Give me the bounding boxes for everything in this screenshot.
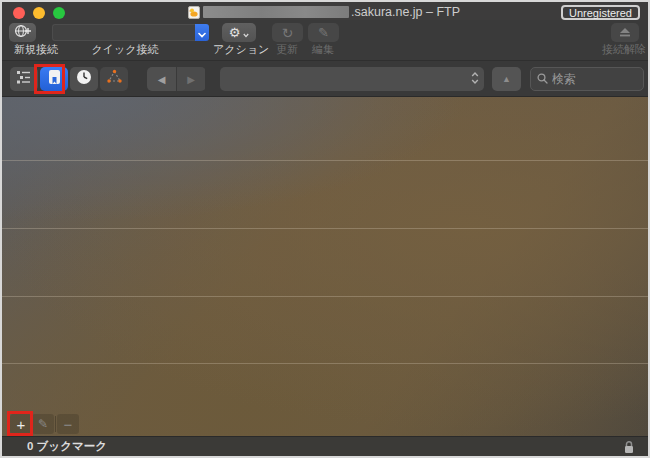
history-view-button[interactable] bbox=[70, 67, 98, 91]
main-toolbar: 新規接続 クイック接続 ⚙ アクション ↻ 更新 ✎ 編集 bbox=[2, 20, 648, 61]
back-icon: ◀ bbox=[158, 74, 166, 85]
edit-label: 編集 bbox=[302, 42, 344, 56]
history-nav-group: ◀ ▶ bbox=[147, 67, 206, 91]
clock-icon bbox=[76, 69, 92, 89]
chevron-down-icon bbox=[198, 24, 206, 42]
search-input[interactable] bbox=[552, 72, 637, 86]
quick-connect-dropdown-button[interactable] bbox=[195, 24, 209, 41]
bonjour-view-button[interactable] bbox=[100, 67, 128, 91]
row-separator bbox=[2, 160, 648, 161]
divider bbox=[55, 416, 56, 432]
unregistered-badge: Unregistered bbox=[561, 5, 640, 20]
back-button[interactable]: ◀ bbox=[147, 67, 176, 91]
quick-connect-input[interactable] bbox=[52, 24, 195, 41]
row-separator bbox=[2, 228, 648, 229]
new-connection-label: 新規接続 bbox=[2, 42, 70, 56]
outline-view-button[interactable] bbox=[10, 67, 38, 91]
browser-navbar: ◀ ▶ ▲ bbox=[2, 61, 648, 97]
chevron-down-icon bbox=[243, 24, 249, 42]
search-field[interactable] bbox=[530, 67, 644, 91]
globe-plus-icon bbox=[14, 24, 32, 42]
path-popup-button[interactable] bbox=[220, 67, 484, 91]
action-button[interactable]: ⚙ bbox=[222, 23, 256, 42]
row-separator bbox=[2, 363, 648, 364]
remove-bookmark-button: − bbox=[57, 414, 79, 434]
bonjour-network-icon bbox=[106, 69, 123, 89]
eject-icon bbox=[619, 24, 631, 42]
gear-icon: ⚙ bbox=[229, 26, 241, 39]
forward-button: ▶ bbox=[176, 67, 205, 91]
forward-icon: ▶ bbox=[187, 74, 195, 85]
pencil-icon: ✎ bbox=[38, 417, 48, 431]
plus-icon: + bbox=[17, 416, 26, 433]
updown-chevrons-icon bbox=[471, 71, 479, 88]
zoom-button[interactable] bbox=[53, 7, 65, 19]
refresh-icon: ↻ bbox=[282, 26, 294, 40]
bookmark-list-area[interactable] bbox=[2, 97, 648, 436]
redacted-hostname bbox=[203, 6, 349, 18]
window-title: .sakura.ne.jp – FTP bbox=[351, 4, 460, 20]
upload-button: ▲ bbox=[492, 67, 521, 91]
minus-icon: − bbox=[64, 416, 73, 433]
cyberduck-duck-icon bbox=[188, 5, 200, 18]
new-connection-button[interactable] bbox=[9, 23, 36, 42]
refresh-button: ↻ bbox=[272, 23, 303, 42]
close-button[interactable] bbox=[13, 7, 25, 19]
search-icon bbox=[537, 70, 548, 88]
lock-icon bbox=[623, 440, 635, 458]
bookmarks-view-button[interactable] bbox=[40, 67, 68, 91]
bookmark-action-bar: + ✎ − bbox=[2, 412, 648, 436]
disconnect-label: 接続解除 bbox=[599, 42, 649, 56]
pencil-icon: ✎ bbox=[318, 26, 329, 39]
action-label: アクション bbox=[213, 42, 265, 56]
quick-connect-label: クイック接続 bbox=[75, 42, 175, 56]
add-bookmark-button[interactable]: + bbox=[10, 414, 32, 434]
edit-bookmark-button: ✎ bbox=[32, 414, 54, 434]
bookmark-count: 0 ブックマーク bbox=[27, 439, 107, 454]
outline-view-icon bbox=[16, 70, 32, 88]
minimize-button[interactable] bbox=[33, 7, 45, 19]
row-separator bbox=[2, 296, 648, 297]
edit-button: ✎ bbox=[308, 23, 339, 42]
disconnect-button bbox=[611, 23, 639, 42]
titlebar: .sakura.ne.jp – FTP Unregistered bbox=[2, 2, 648, 20]
statusbar: 0 ブックマーク bbox=[2, 436, 648, 456]
cyberduck-window: .sakura.ne.jp – FTP Unregistered 新規接続 クイ… bbox=[0, 0, 650, 458]
bookmark-icon bbox=[48, 69, 61, 89]
upload-icon: ▲ bbox=[502, 74, 511, 84]
